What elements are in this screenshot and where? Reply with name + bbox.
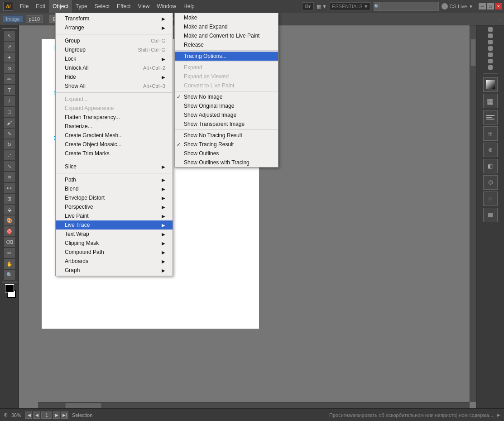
zoom-tool[interactable]: 🔍 — [4, 270, 15, 280]
paintbrush-tool[interactable]: 🖌 — [4, 118, 15, 128]
width-tool[interactable]: ⊷ — [4, 183, 15, 193]
menu-item-flatten-transparency[interactable]: Flatten Transparency... — [56, 113, 173, 122]
lts-show-original[interactable]: Show Original Image — [175, 101, 278, 110]
menu-window[interactable]: Window — [153, 0, 180, 13]
warp-tool[interactable]: ≋ — [4, 172, 15, 182]
right-grid-icon[interactable]: ▦ — [483, 94, 498, 108]
menu-item-graph[interactable]: Graph ▶ — [56, 266, 173, 275]
lts-show-outlines-tracing[interactable]: Show Outlines with Tracing — [175, 158, 278, 167]
menu-item-create-trim-marks[interactable]: Create Trim Marks — [56, 149, 173, 158]
menu-item-show-all[interactable]: Show All Alt+Ctrl+3 — [56, 81, 173, 91]
scissors-tool[interactable]: ✂ — [4, 248, 15, 258]
right-resize-btn[interactable] — [483, 208, 498, 222]
right-transform-icon[interactable]: ⊞ — [483, 126, 498, 141]
menu-item-live-paint[interactable]: Live Paint ▶ — [56, 211, 173, 220]
menu-item-hide[interactable]: Hide ▶ — [56, 72, 173, 81]
nav-next[interactable]: ▶ — [53, 411, 60, 419]
live-paint-tool[interactable]: 🎨 — [4, 215, 15, 225]
fill-swatch[interactable] — [5, 284, 14, 292]
menu-item-transform[interactable]: Transform ▶ — [56, 14, 173, 23]
menu-item-path[interactable]: Path ▶ — [56, 175, 173, 184]
mirror-tool[interactable]: ⇌ — [4, 150, 15, 160]
menu-item-ungroup[interactable]: Ungroup Shift+Ctrl+G — [56, 45, 173, 54]
menu-item-artboards[interactable]: Artboards ▶ — [56, 257, 173, 266]
search-input[interactable] — [380, 2, 439, 11]
right-pathfinder-icon[interactable]: ⊗ — [483, 143, 498, 157]
menu-type[interactable]: Type — [72, 0, 91, 13]
lts-make-convert[interactable]: Make and Convert to Live Paint — [175, 31, 278, 40]
restore-button[interactable]: □ — [487, 3, 494, 10]
menu-item-lock[interactable]: Lock ▶ — [56, 54, 173, 63]
menu-item-blend[interactable]: Blend ▶ — [56, 184, 173, 193]
lts-make[interactable]: Make — [175, 13, 278, 22]
type-tool[interactable]: T — [4, 85, 15, 95]
v-scrollbar[interactable] — [470, 25, 476, 402]
menu-view[interactable]: View — [134, 0, 154, 13]
tab-p110[interactable]: p110 — [26, 15, 43, 23]
eraser-tool[interactable]: ⌫ — [4, 237, 15, 247]
free-transform-tool[interactable]: ⊞ — [4, 194, 15, 204]
right-effects-icon[interactable]: ⌬ — [483, 175, 498, 190]
nav-prev[interactable]: ◀ — [33, 411, 40, 419]
lasso-tool[interactable]: ⊙ — [4, 63, 15, 73]
right-icon-2[interactable] — [488, 33, 493, 38]
nav-last[interactable]: ▶| — [61, 411, 68, 419]
right-icon-7[interactable] — [488, 65, 493, 70]
right-transparency-icon[interactable]: ◧ — [483, 159, 498, 173]
menu-file[interactable]: File — [16, 0, 32, 13]
right-color-swatch[interactable] — [483, 77, 498, 92]
menu-item-clipping-mask[interactable]: Clipping Mask ▶ — [56, 239, 173, 248]
lts-make-expand[interactable]: Make and Expand — [175, 22, 278, 31]
menu-item-group[interactable]: Group Ctrl+G — [56, 36, 173, 45]
menu-item-rasterize[interactable]: Rasterize... — [56, 122, 173, 131]
right-align-icon[interactable] — [483, 110, 498, 124]
right-icon-4[interactable] — [488, 46, 493, 51]
lts-show-tracing[interactable]: ✓ Show Tracing Result — [175, 140, 278, 149]
lts-show-adjusted[interactable]: Show Adjusted Image — [175, 110, 278, 120]
menu-item-create-object-mosaic[interactable]: Create Object Mosaic... — [56, 140, 173, 149]
h-scrollbar[interactable] — [38, 402, 470, 408]
pencil-tool[interactable]: ✎ — [4, 129, 15, 139]
menu-item-envelope-distort[interactable]: Envelope Distort ▶ — [56, 193, 173, 202]
scale-tool[interactable]: ⤡ — [4, 161, 15, 171]
bridge-btn[interactable]: Br — [302, 2, 314, 10]
close-button[interactable]: ✕ — [495, 3, 502, 10]
menu-select[interactable]: Select — [91, 0, 113, 13]
live-paint-select[interactable]: 🎯 — [4, 226, 15, 236]
menu-item-live-trace[interactable]: Live Trace ▶ — [56, 220, 173, 230]
menu-item-compound-path[interactable]: Compound Path ▶ — [56, 248, 173, 257]
lts-show-no-image[interactable]: ✓ Show No Image — [175, 92, 278, 101]
lts-show-no-tracing[interactable]: Show No Tracing Result — [175, 131, 278, 140]
panel-collapse-icon[interactable]: » — [498, 15, 501, 23]
menu-item-perspective[interactable]: Perspective ▶ — [56, 202, 173, 211]
v-scroll-thumb[interactable] — [470, 39, 476, 66]
shape-builder-tool[interactable]: ⬙ — [4, 205, 15, 215]
right-icon-5[interactable] — [488, 53, 493, 57]
line-tool[interactable]: / — [4, 96, 15, 106]
lts-show-outlines[interactable]: Show Outlines — [175, 149, 278, 158]
right-icon-6[interactable] — [488, 59, 493, 63]
right-icon-3[interactable] — [488, 40, 493, 44]
menu-item-unlock-all[interactable]: Unlock All Alt+Ctrl+2 — [56, 63, 173, 72]
lts-tracing-options[interactable]: Tracing Options... — [175, 52, 278, 61]
menu-item-arrange[interactable]: Arrange ▶ — [56, 23, 173, 32]
tab-image[interactable]: Image — [3, 15, 23, 23]
lts-release[interactable]: Release — [175, 40, 278, 49]
right-icon-1[interactable] — [488, 27, 493, 32]
menu-item-create-gradient-mesh[interactable]: Create Gradient Mesh... — [56, 131, 173, 140]
pen-tool[interactable]: ✏ — [4, 74, 15, 84]
menu-object[interactable]: Object — [49, 0, 72, 13]
rotate-tool[interactable]: ↻ — [4, 139, 15, 149]
menu-help[interactable]: Help — [180, 0, 198, 13]
menu-effect[interactable]: Effect — [113, 0, 134, 13]
menu-item-text-wrap[interactable]: Text Wrap ▶ — [56, 230, 173, 239]
selection-tool[interactable]: ↖ — [4, 31, 15, 41]
magic-wand-tool[interactable]: ✦ — [4, 53, 15, 62]
h-scroll-thumb[interactable] — [65, 403, 101, 408]
lts-show-transparent[interactable]: Show Transparent Image — [175, 120, 278, 129]
rect-tool[interactable]: □ — [4, 107, 15, 117]
right-symbol-icon[interactable]: ☆ — [483, 191, 498, 206]
nav-first[interactable]: |◀ — [25, 411, 32, 419]
direct-selection-tool[interactable]: ↗ — [4, 42, 15, 52]
page-input[interactable] — [41, 411, 52, 419]
